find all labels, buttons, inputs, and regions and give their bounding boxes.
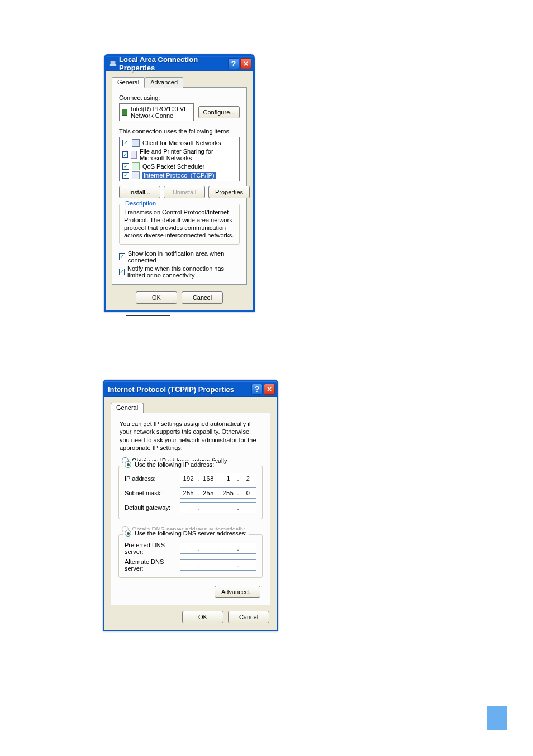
alternate-dns-input[interactable]: . . . xyxy=(180,559,256,571)
tab-advanced[interactable]: Advanced xyxy=(145,77,183,88)
ip-address-input[interactable]: 192. 168. 1. 2 xyxy=(180,473,256,484)
connection-icon xyxy=(109,60,117,68)
cancel-button[interactable]: Cancel xyxy=(182,291,223,304)
properties-button[interactable]: Properties xyxy=(208,186,250,198)
dialog-body: General You can get IP settings assigned… xyxy=(104,397,277,630)
radio-icon[interactable] xyxy=(125,530,131,537)
list-item[interactable]: QoS Packet Scheduler xyxy=(121,162,238,171)
description-label: Description xyxy=(123,200,158,207)
help-button[interactable]: ? xyxy=(228,58,239,69)
dialog-body: General Advanced Connect using: Intel(R)… xyxy=(106,71,253,310)
notify-label: Notify me when this connection has limit… xyxy=(127,265,240,279)
uses-items-label: This connection uses the following items… xyxy=(119,128,240,135)
qos-icon xyxy=(132,162,140,170)
show-icon-label: Show icon in notification area when conn… xyxy=(128,250,240,264)
tab-panel-general: You can get IP settings assigned automat… xyxy=(111,413,270,605)
show-icon-checkbox[interactable] xyxy=(119,253,125,260)
adapter-field: Intel(R) PRO/100 VE Network Conne xyxy=(119,103,194,121)
subnet-mask-input[interactable]: 255. 255. 255. 0 xyxy=(180,487,256,499)
checkbox[interactable] xyxy=(122,140,129,146)
description-group: Description Transmission Control Protoco… xyxy=(119,204,240,245)
description-text: Transmission Control Protocol/Internet P… xyxy=(124,209,235,240)
uninstall-button[interactable]: Uninstall xyxy=(164,186,205,198)
checkbox[interactable] xyxy=(122,151,128,158)
ok-button[interactable]: OK xyxy=(182,611,223,623)
intro-text: You can get IP settings assigned automat… xyxy=(118,420,263,456)
oct[interactable]: 255 xyxy=(201,490,216,496)
notify-checkbox[interactable] xyxy=(119,269,125,275)
svg-rect-0 xyxy=(110,64,116,66)
dns-fieldset: Use the following DNS server addresses: … xyxy=(118,534,263,578)
alt-dns-label: Alternate DNS server: xyxy=(125,558,180,572)
nic-icon xyxy=(122,109,127,116)
oct[interactable]: 2 xyxy=(240,475,256,482)
tabs: General xyxy=(111,403,270,413)
list-item-selected[interactable]: Internet Protocol (TCP/IP) xyxy=(121,171,238,180)
connection-properties-dialog: Local Area Connection Properties ? × Gen… xyxy=(104,54,255,312)
oct[interactable]: 0 xyxy=(240,490,256,496)
preferred-dns-input[interactable]: . . . xyxy=(180,543,256,554)
configure-button[interactable]: Configure... xyxy=(198,106,240,118)
item-label: Internet Protocol (TCP/IP) xyxy=(142,172,216,179)
gateway-input[interactable]: . . . xyxy=(180,502,256,513)
radio-use-dns[interactable]: Use the following DNS server addresses: xyxy=(123,530,249,537)
subnet-label: Subnet mask: xyxy=(125,490,180,496)
close-button[interactable]: × xyxy=(240,58,251,69)
install-button[interactable]: Install... xyxy=(119,186,160,198)
radio-label: Use the following DNS server addresses: xyxy=(135,530,247,537)
oct[interactable]: 192 xyxy=(180,475,196,482)
adapter-name: Intel(R) PRO/100 VE Network Conne xyxy=(131,106,191,119)
checkbox[interactable] xyxy=(122,172,129,179)
item-label: QoS Packet Scheduler xyxy=(142,163,204,170)
tab-panel-general: Connect using: Intel(R) PRO/100 VE Netwo… xyxy=(112,87,247,285)
ok-button[interactable]: OK xyxy=(136,291,177,304)
oct[interactable]: 1 xyxy=(220,475,236,482)
gateway-label: Default gateway: xyxy=(125,504,180,511)
titlebar: Internet Protocol (TCP/IP) Properties ? … xyxy=(104,381,277,397)
tab-general[interactable]: General xyxy=(111,403,144,413)
list-item[interactable]: File and Printer Sharing for Microsoft N… xyxy=(121,147,238,162)
client-icon xyxy=(132,139,140,147)
oct[interactable]: 255 xyxy=(220,490,236,496)
ip-label: IP address: xyxy=(125,475,180,482)
cancel-button[interactable]: Cancel xyxy=(228,611,269,623)
tab-general[interactable]: General xyxy=(112,77,145,88)
help-button[interactable]: ? xyxy=(251,384,263,395)
oct[interactable]: 168 xyxy=(201,475,216,482)
pref-dns-label: Preferred DNS server: xyxy=(125,542,180,555)
tcpip-properties-dialog: Internet Protocol (TCP/IP) Properties ? … xyxy=(103,380,278,631)
tcpip-icon xyxy=(132,171,140,179)
oct[interactable]: 255 xyxy=(180,490,196,496)
titlebar: Local Area Connection Properties ? × xyxy=(106,56,253,71)
advanced-button[interactable]: Advanced... xyxy=(215,586,260,598)
ip-fieldset: Use the following IP address: IP address… xyxy=(118,466,263,519)
radio-label: Use the following IP address: xyxy=(135,461,214,468)
radio-use-ip[interactable]: Use the following IP address: xyxy=(123,461,216,468)
window-title: Internet Protocol (TCP/IP) Properties xyxy=(108,385,250,394)
connect-using-label: Connect using: xyxy=(119,94,240,101)
item-label: Client for Microsoft Networks xyxy=(142,140,221,146)
share-icon xyxy=(131,151,137,159)
page-corner-decoration xyxy=(487,706,507,730)
svg-rect-1 xyxy=(111,61,116,64)
window-title: Local Area Connection Properties xyxy=(119,55,227,72)
list-item[interactable]: Client for Microsoft Networks xyxy=(121,138,238,147)
decorative-underline xyxy=(126,315,170,316)
checkbox[interactable] xyxy=(122,163,129,170)
close-button[interactable]: × xyxy=(264,384,275,395)
items-listbox[interactable]: Client for Microsoft Networks File and P… xyxy=(119,137,240,181)
radio-icon[interactable] xyxy=(125,461,131,468)
item-label: File and Printer Sharing for Microsoft N… xyxy=(140,148,236,161)
tabs: General Advanced xyxy=(112,77,247,88)
